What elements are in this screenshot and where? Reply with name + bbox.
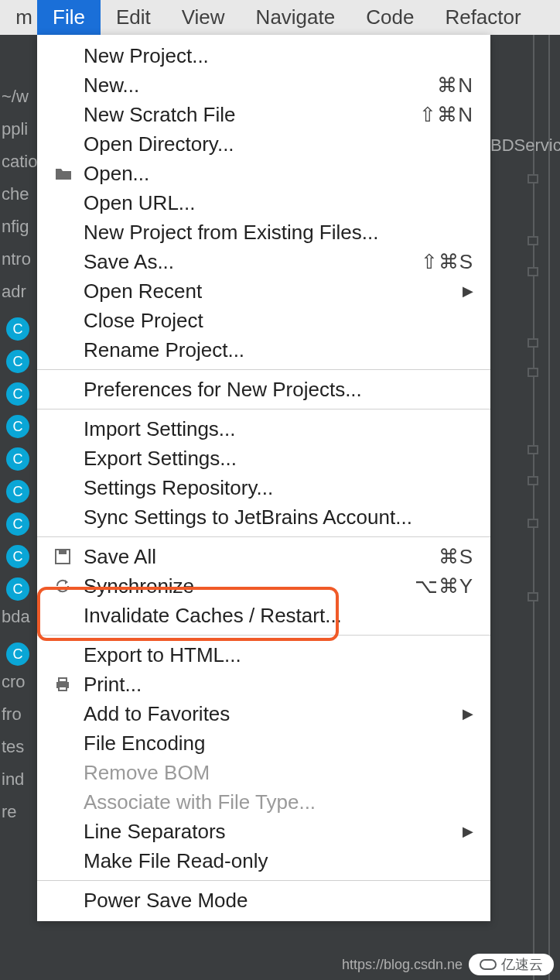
menu-edit[interactable]: Edit <box>101 0 166 35</box>
sidebar-text: adr <box>0 282 39 311</box>
sidebar-text: cro <box>0 672 39 701</box>
gutter-fold-line-2 <box>548 35 550 980</box>
file-menu-dropdown: New Project...New...⌘NNew Scratch File⇧⌘… <box>37 35 490 921</box>
menu-item-export-settings[interactable]: Export Settings... <box>37 444 490 473</box>
submenu-arrow-icon: ▶ <box>453 283 473 300</box>
menu-item-open[interactable]: Open... <box>37 159 490 188</box>
fold-marker-icon[interactable] <box>528 445 538 454</box>
menu-item-label: Sync Settings to JetBrains Account... <box>84 505 473 529</box>
menu-item-label: Invalidate Caches / Restart... <box>84 604 473 628</box>
menu-item-label: Line Separators <box>84 820 453 844</box>
menu-code[interactable]: Code <box>350 0 429 35</box>
menu-item-label: Preferences for New Projects... <box>84 378 473 402</box>
class-icon: C <box>6 317 29 341</box>
sidebar-text: ppli <box>0 119 39 149</box>
fold-marker-icon[interactable] <box>528 174 538 183</box>
menu-item-sync-settings-to-jetbrains-account[interactable]: Sync Settings to JetBrains Account... <box>37 502 490 532</box>
class-icon: C <box>6 350 29 373</box>
menu-item-label: New Project... <box>84 44 473 68</box>
menu-item-label: Open... <box>84 162 473 186</box>
sidebar-text: fro <box>0 704 39 734</box>
menu-item-rename-project[interactable]: Rename Project... <box>37 335 490 365</box>
menu-item-shortcut: ⇧⌘N <box>410 103 473 127</box>
menu-item-label: Close Project <box>84 309 473 333</box>
fold-marker-icon[interactable] <box>528 338 538 348</box>
class-icon: C <box>6 545 29 568</box>
menu-item-export-to-html[interactable]: Export to HTML... <box>37 640 490 670</box>
menu-item-label: Save As... <box>84 250 411 274</box>
menu-item-label: Save All <box>84 545 429 569</box>
fold-marker-icon[interactable] <box>528 267 538 276</box>
fold-marker-icon[interactable] <box>528 236 538 245</box>
menu-item-label: Rename Project... <box>84 338 473 362</box>
menu-item-open-directory[interactable]: Open Directory... <box>37 129 490 159</box>
fold-marker-icon[interactable] <box>528 368 538 377</box>
svg-rect-3 <box>59 678 67 682</box>
menu-separator <box>37 409 490 409</box>
menu-item-line-separators[interactable]: Line Separators▶ <box>37 817 490 846</box>
menu-item-label: Add to Favorites <box>84 702 453 726</box>
menu-item-file-encoding[interactable]: File Encoding <box>37 728 490 758</box>
menu-item-label: Open Recent <box>84 279 453 303</box>
menu-item-associate-with-file-type: Associate with File Type... <box>37 787 490 817</box>
cloud-icon <box>480 959 497 970</box>
menu-item-synchronize[interactable]: Synchronize⌥⌘Y <box>37 571 490 601</box>
menu-item-label: Print... <box>84 673 473 697</box>
menu-item-label: New Project from Existing Files... <box>84 221 473 245</box>
editor-tab-fragment[interactable]: BDServic <box>490 135 560 156</box>
menu-navigate[interactable]: Navigate <box>241 0 351 35</box>
menu-item-make-file-read-only[interactable]: Make File Read-only <box>37 846 490 875</box>
watermark: https://blog.csdn.ne 亿速云 <box>342 954 554 975</box>
menu-separator <box>37 635 490 636</box>
save-icon <box>54 548 84 565</box>
menu-item-preferences-for-new-projects[interactable]: Preferences for New Projects... <box>37 375 490 404</box>
menu-item-shortcut: ⌘N <box>428 74 473 98</box>
menu-item-close-project[interactable]: Close Project <box>37 306 490 335</box>
submenu-arrow-icon: ▶ <box>453 705 473 722</box>
fold-marker-icon[interactable] <box>528 592 538 601</box>
fold-marker-icon[interactable] <box>528 476 538 485</box>
menu-item-new-scratch-file[interactable]: New Scratch File⇧⌘N <box>37 100 490 129</box>
menu-item-label: Settings Repository... <box>84 476 473 500</box>
menu-item-open-url[interactable]: Open URL... <box>37 188 490 218</box>
menu-item-save-as[interactable]: Save As...⇧⌘S <box>37 247 490 276</box>
menu-item-label: Open Directory... <box>84 132 473 156</box>
svg-rect-1 <box>59 550 67 554</box>
menu-item-label: Synchronize <box>84 574 405 598</box>
menu-item-settings-repository[interactable]: Settings Repository... <box>37 473 490 502</box>
menu-item-label: New Scratch File <box>84 103 410 127</box>
submenu-arrow-icon: ▶ <box>453 823 473 840</box>
sidebar-text: re <box>0 802 39 831</box>
sidebar-text: ntro <box>0 249 39 279</box>
menu-item-print[interactable]: Print... <box>37 670 490 699</box>
menu-item-invalidate-caches-restart[interactable]: Invalidate Caches / Restart... <box>37 601 490 630</box>
menubar: m FileEditViewNavigateCodeRefactor <box>0 0 560 35</box>
menu-item-label: File Encoding <box>84 732 473 756</box>
fold-marker-icon[interactable] <box>528 519 538 528</box>
project-sidebar: ~/w pplicatiochenfigntro adrCCCCCCCCCbda… <box>0 48 39 831</box>
folder-icon <box>54 166 84 181</box>
class-icon: C <box>6 480 29 503</box>
menu-item-save-all[interactable]: Save All⌘S <box>37 542 490 571</box>
class-icon: C <box>6 577 29 601</box>
menu-item-open-recent[interactable]: Open Recent▶ <box>37 276 490 306</box>
menu-item-import-settings[interactable]: Import Settings... <box>37 414 490 444</box>
menu-item-label: New... <box>84 74 428 98</box>
menu-item-power-save-mode[interactable]: Power Save Mode <box>37 886 490 915</box>
menu-item-new[interactable]: New...⌘N <box>37 70 490 100</box>
menu-separator <box>37 536 490 537</box>
watermark-brand: 亿速云 <box>501 955 543 974</box>
class-icon: C <box>6 447 29 471</box>
menu-item-label: Make File Read-only <box>84 849 473 873</box>
menu-item-label: Export Settings... <box>84 447 473 471</box>
menu-view[interactable]: View <box>166 0 241 35</box>
menu-file[interactable]: File <box>37 0 101 35</box>
sync-icon <box>54 577 84 595</box>
print-icon <box>54 676 84 693</box>
menu-item-new-project-from-existing-files[interactable]: New Project from Existing Files... <box>37 218 490 247</box>
menu-refactor[interactable]: Refactor <box>429 0 536 35</box>
menu-item-add-to-favorites[interactable]: Add to Favorites▶ <box>37 699 490 728</box>
sidebar-text: ind <box>0 769 39 799</box>
menu-item-label: Open URL... <box>84 191 473 215</box>
menu-item-new-project[interactable]: New Project... <box>37 41 490 70</box>
